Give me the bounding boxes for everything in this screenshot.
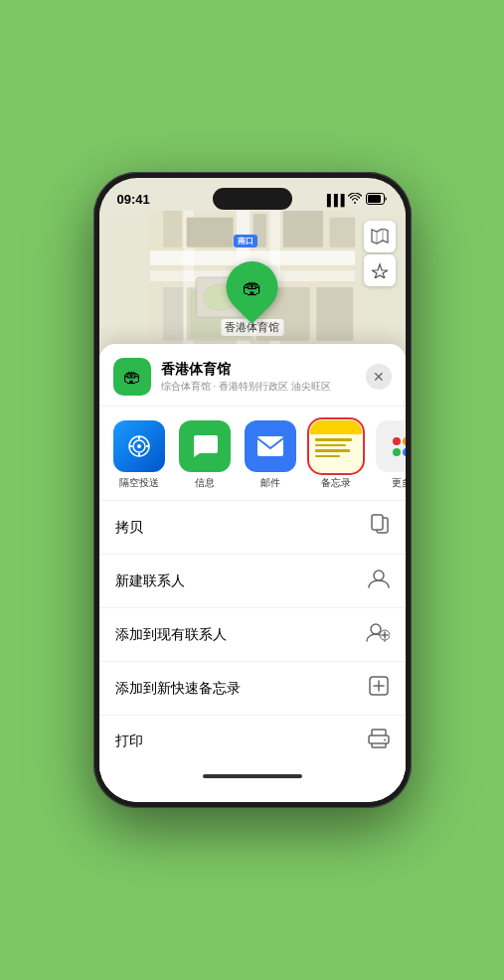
dynamic-island <box>213 188 292 210</box>
share-row: 隔空投送 信息 <box>99 407 406 500</box>
action-list: 拷贝 新建联系人 <box>99 500 406 766</box>
phone-screen: 09:41 ▐▐▐ <box>99 178 406 802</box>
notes-icon <box>310 420 362 472</box>
message-label: 信息 <box>195 477 215 490</box>
message-icon <box>179 420 231 472</box>
new-contact-icon <box>368 568 390 594</box>
svg-rect-15 <box>163 287 183 341</box>
svg-point-30 <box>374 571 384 580</box>
pin-icon: 🏟 <box>243 275 262 298</box>
airdrop-icon <box>113 420 165 472</box>
venue-icon-wrap: 🏟 <box>113 358 151 396</box>
copy-icon <box>370 514 390 541</box>
svg-rect-29 <box>372 515 383 530</box>
svg-rect-8 <box>163 211 182 247</box>
more-dots-top <box>393 437 406 445</box>
wifi-icon <box>348 193 362 206</box>
add-notes-icon <box>368 675 390 702</box>
venue-name: 香港体育馆 <box>161 360 366 378</box>
print-icon <box>368 729 390 753</box>
svg-rect-9 <box>186 218 233 247</box>
mail-label: 邮件 <box>260 477 280 490</box>
add-notes-label: 添加到新快速备忘录 <box>115 680 241 698</box>
more-icon[interactable] <box>376 420 406 472</box>
airdrop-label: 隔空投送 <box>119 477 159 490</box>
home-indicator <box>99 766 406 786</box>
home-bar <box>203 774 302 778</box>
svg-point-41 <box>384 739 386 741</box>
share-more[interactable]: 更多 <box>376 420 406 490</box>
phone-frame: 09:41 ▐▐▐ <box>93 172 412 808</box>
action-add-notes[interactable]: 添加到新快速备忘录 <box>99 662 406 716</box>
pin-circle: 🏟 <box>216 250 289 324</box>
map-type-button[interactable] <box>364 221 396 252</box>
svg-rect-16 <box>316 287 353 341</box>
venue-header: 🏟 香港体育馆 综合体育馆 · 香港特别行政区 油尖旺区 ✕ <box>99 344 406 407</box>
svg-rect-27 <box>257 436 283 456</box>
action-print[interactable]: 打印 <box>99 716 406 766</box>
status-time: 09:41 <box>117 192 150 207</box>
map-controls[interactable] <box>364 221 396 286</box>
add-contact-icon <box>366 621 390 648</box>
action-add-contact[interactable]: 添加到现有联系人 <box>99 608 406 662</box>
location-pin: 🏟 香港体育馆 <box>221 261 283 336</box>
svg-point-22 <box>137 444 141 448</box>
mail-icon <box>245 420 296 472</box>
svg-rect-1 <box>368 195 381 203</box>
bottom-sheet: 🏟 香港体育馆 综合体育馆 · 香港特别行政区 油尖旺区 ✕ <box>99 344 406 802</box>
svg-rect-11 <box>282 211 322 247</box>
svg-rect-40 <box>369 735 389 743</box>
battery-icon <box>366 193 388 207</box>
new-contact-label: 新建联系人 <box>115 572 185 590</box>
more-dots-bottom <box>393 448 406 456</box>
dot-green <box>393 448 401 456</box>
close-icon: ✕ <box>373 369 385 385</box>
notes-label: 备忘录 <box>321 477 351 490</box>
signal-icon: ▐▐▐ <box>323 194 343 206</box>
exit-label: 南口 <box>234 235 257 247</box>
action-copy[interactable]: 拷贝 <box>99 501 406 555</box>
share-message[interactable]: 信息 <box>179 420 231 490</box>
share-notes[interactable]: 备忘录 <box>310 420 362 490</box>
share-airdrop[interactable]: 隔空投送 <box>113 420 165 490</box>
action-new-contact[interactable]: 新建联系人 <box>99 555 406 608</box>
dot-blue <box>403 448 406 456</box>
svg-rect-12 <box>329 218 354 247</box>
copy-label: 拷贝 <box>115 519 143 537</box>
print-label: 打印 <box>115 733 143 750</box>
location-button[interactable] <box>364 254 396 286</box>
add-contact-label: 添加到现有联系人 <box>115 626 227 644</box>
venue-desc: 综合体育馆 · 香港特别行政区 油尖旺区 <box>161 380 366 394</box>
more-label: 更多 <box>392 477 406 490</box>
dot-orange <box>403 437 406 445</box>
venue-emoji: 🏟 <box>123 367 141 388</box>
status-icons: ▐▐▐ <box>323 193 387 207</box>
map-area[interactable]: 南口 🏟 <box>99 211 406 344</box>
dot-red <box>393 437 401 445</box>
close-button[interactable]: ✕ <box>366 364 392 390</box>
share-mail[interactable]: 邮件 <box>245 420 296 490</box>
venue-info: 香港体育馆 综合体育馆 · 香港特别行政区 油尖旺区 <box>161 360 366 393</box>
svg-point-31 <box>371 624 381 634</box>
